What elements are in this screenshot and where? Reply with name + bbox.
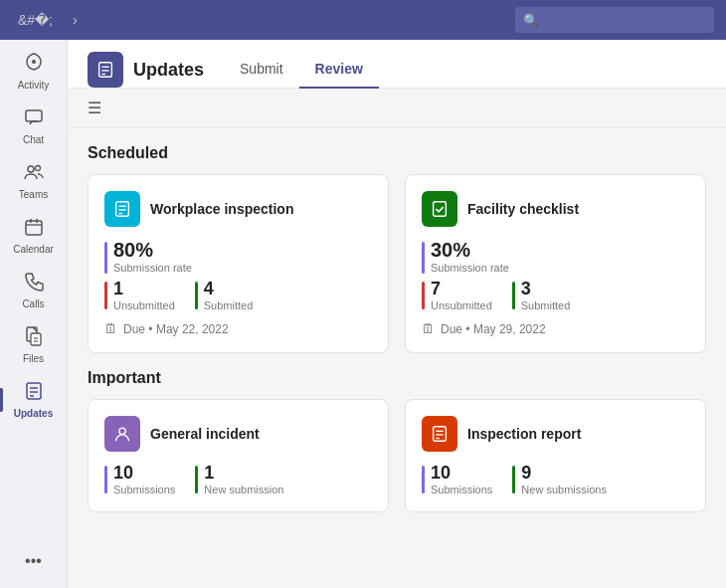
facility-submitted-label: Submitted <box>521 299 571 311</box>
chat-label: Chat <box>23 134 44 145</box>
workplace-card: Workplace inspection 80% Submission rate <box>88 174 389 353</box>
general-new-label: New submission <box>204 484 283 495</box>
facility-rate: 30% <box>431 239 509 262</box>
general-title: General incident <box>150 426 260 442</box>
inspection-icon <box>422 416 457 452</box>
general-submissions-label: Submissions <box>113 484 175 495</box>
workplace-unsubmitted: 1 Unsubmitted <box>104 280 175 311</box>
scheduled-section-title: Scheduled <box>88 144 706 162</box>
sidebar-item-updates[interactable]: Updates <box>0 372 67 427</box>
sidebar-item-chat[interactable]: Chat <box>0 98 67 153</box>
sidebar-item-files[interactable]: Files <box>0 317 67 372</box>
facility-title: Facility checklist <box>467 201 579 217</box>
important-section-title: Important <box>88 369 706 387</box>
unsubmitted-value: 1 <box>113 280 175 297</box>
tab-submit[interactable]: Submit <box>224 53 299 89</box>
sidebar: Activity Chat Teams <box>0 40 68 588</box>
svg-rect-4 <box>26 221 42 235</box>
facility-unsubmitted-bar <box>422 282 425 309</box>
general-card: General incident 10 Submissions <box>88 399 389 512</box>
facility-due: 🗓 Due • May 29, 2022 <box>422 321 689 336</box>
svg-rect-9 <box>31 333 41 345</box>
facility-rate-label: Submission rate <box>431 262 509 274</box>
general-new-bar <box>195 466 198 493</box>
calendar-icon <box>23 216 45 241</box>
scroll-area: Scheduled Workplace inspect <box>68 128 726 588</box>
facility-unsubmitted-value: 7 <box>431 280 492 297</box>
tab-review[interactable]: Review <box>299 53 379 89</box>
facility-card: Facility checklist 30% Submission rate <box>405 174 706 353</box>
updates-icon <box>23 380 45 405</box>
facility-submitted-bar <box>512 282 515 309</box>
teams-icon <box>23 161 45 186</box>
inspection-card-header: Inspection report <box>422 416 689 452</box>
general-card-header: General incident <box>104 416 372 452</box>
workplace-title: Workplace inspection <box>150 201 293 217</box>
facility-unsubmitted-label: Unsubmitted <box>431 299 492 311</box>
facility-submitted-value: 3 <box>521 280 571 297</box>
files-icon <box>23 325 45 350</box>
activity-label: Activity <box>18 80 50 91</box>
calls-icon <box>23 271 45 295</box>
files-label: Files <box>23 353 44 364</box>
general-new-value: 1 <box>204 464 283 482</box>
facility-due-icon: 🗓 <box>422 321 435 336</box>
workplace-icon <box>104 191 140 227</box>
facility-unsubmitted: 7 Unsubmitted <box>422 280 492 311</box>
svg-rect-24 <box>434 202 447 217</box>
header-tabs: Submit Review <box>224 52 379 88</box>
workplace-rate-label: Submission rate <box>113 262 192 274</box>
facility-card-header: Facility checklist <box>422 191 689 227</box>
inspection-card: Inspection report 10 Submissions <box>405 399 706 512</box>
top-bar: &#�; › 🔍 <box>0 0 726 40</box>
back-button[interactable]: &#�; <box>12 10 59 30</box>
workplace-rate: 80% <box>113 239 192 262</box>
workplace-card-header: Workplace inspection <box>104 191 372 227</box>
inspection-submissions-value: 10 <box>431 464 492 482</box>
due-calendar-icon: 🗓 <box>104 321 117 336</box>
important-cards-row: General incident 10 Submissions <box>88 399 706 512</box>
search-icon: 🔍 <box>523 13 539 28</box>
inspection-stats: 10 Submissions 9 New submissions <box>422 464 689 495</box>
page-title: Updates <box>133 60 204 81</box>
sub-header: ☰ <box>68 89 726 128</box>
sidebar-item-calls[interactable]: Calls <box>0 263 67 317</box>
workplace-due: 🗓 Due • May 22, 2022 <box>104 321 372 336</box>
scheduled-cards-row: Workplace inspection 80% Submission rate <box>88 174 706 353</box>
menu-icon[interactable]: ☰ <box>88 99 101 116</box>
inspection-title: Inspection report <box>467 426 581 442</box>
updates-label: Updates <box>14 408 53 419</box>
svg-rect-1 <box>26 110 42 121</box>
more-button[interactable]: ••• <box>0 542 67 580</box>
content-header: Updates Submit Review <box>68 40 726 89</box>
submitted-bar <box>195 282 198 309</box>
svg-point-2 <box>28 166 34 172</box>
sidebar-item-calendar[interactable]: Calendar <box>0 208 67 263</box>
submitted-label: Submitted <box>204 299 254 311</box>
calendar-label: Calendar <box>13 244 54 255</box>
sidebar-item-teams[interactable]: Teams <box>0 153 67 208</box>
inspection-new-value: 9 <box>521 464 607 482</box>
svg-point-25 <box>119 428 125 434</box>
search-bar[interactable]: 🔍 <box>515 7 714 33</box>
unsubmitted-bar <box>104 282 107 309</box>
workplace-submitted: 4 Submitted <box>195 280 254 311</box>
inspection-new-label: New submissions <box>521 484 607 495</box>
inspection-submissions-bar <box>422 466 425 493</box>
main-layout: Activity Chat Teams <box>0 40 726 588</box>
general-submissions-value: 10 <box>113 464 175 482</box>
workplace-stats: 1 Unsubmitted 4 Submitted <box>104 280 372 311</box>
teams-label: Teams <box>19 189 48 200</box>
sidebar-item-activity[interactable]: Activity <box>0 44 67 98</box>
chat-icon <box>23 106 45 131</box>
svg-point-3 <box>35 166 40 171</box>
forward-button[interactable]: › <box>67 10 84 30</box>
general-icon <box>104 416 140 452</box>
activity-icon <box>23 52 45 77</box>
more-icon: ••• <box>25 552 42 570</box>
unsubmitted-label: Unsubmitted <box>113 299 175 311</box>
facility-submitted: 3 Submitted <box>512 280 571 311</box>
submitted-value: 4 <box>204 280 254 297</box>
calls-label: Calls <box>22 298 44 309</box>
inspection-new-bar <box>512 466 515 493</box>
